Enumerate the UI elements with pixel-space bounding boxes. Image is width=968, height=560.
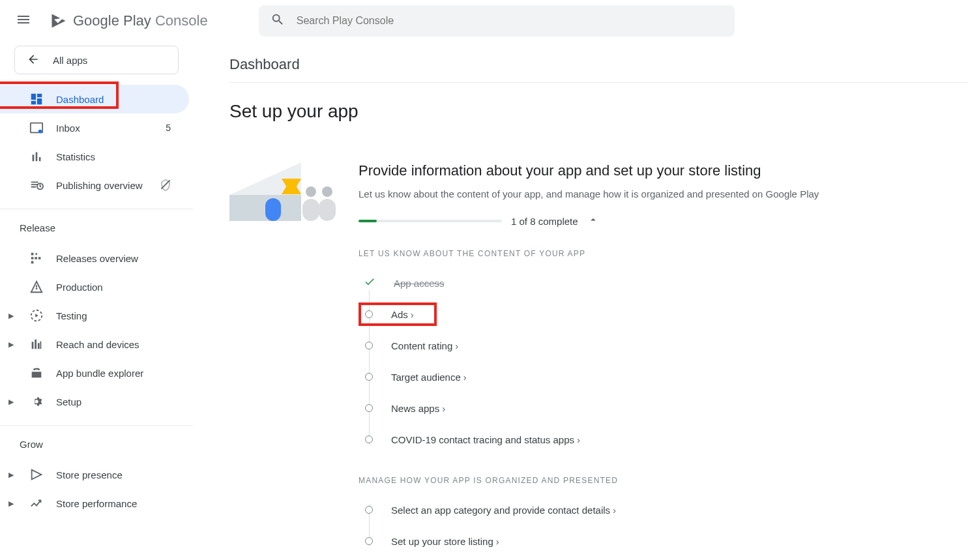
- task-section-header: LET US KNOW ABOUT THE CONTENT OF YOUR AP…: [359, 228, 968, 267]
- logo-text: Google Play Console: [73, 12, 208, 29]
- expand-icon: ▶: [5, 499, 17, 508]
- chevron-right-icon: ›: [496, 536, 499, 547]
- task-label: Content rating ›: [391, 340, 458, 351]
- task-circle-icon: [365, 342, 373, 349]
- progress-text: 1 of 8 complete: [511, 216, 578, 227]
- sidebar-item-testing[interactable]: ▶ Testing: [0, 301, 189, 330]
- sidebar-item-label: Store performance: [56, 498, 177, 509]
- chevron-right-icon: ›: [613, 505, 616, 516]
- production-icon: [29, 279, 44, 295]
- publishing-icon: [29, 177, 44, 193]
- check-icon: [364, 276, 375, 290]
- sidebar-item-label: Testing: [56, 310, 177, 321]
- task-circle-icon: [365, 404, 373, 412]
- sidebar-item-production[interactable]: Production: [0, 273, 189, 301]
- sidebar-item-label: Reach and devices: [56, 339, 177, 350]
- svg-rect-10: [265, 198, 281, 221]
- task-target-audience[interactable]: Target audience ›: [359, 361, 968, 392]
- unmanaged-icon: [159, 178, 177, 193]
- progress-bar: [359, 220, 502, 222]
- chevron-right-icon: ›: [577, 434, 580, 445]
- section-title: Set up your app: [229, 83, 968, 128]
- svg-point-0: [38, 130, 42, 134]
- sidebar-item-label: Statistics: [56, 151, 177, 162]
- hamburger-menu-icon[interactable]: [16, 12, 31, 30]
- svg-rect-14: [319, 199, 336, 221]
- main-content: Dashboard Set up your app Provide infor: [193, 42, 968, 560]
- sidebar-section-grow: Grow: [0, 435, 193, 456]
- sidebar-item-label: Setup: [56, 396, 177, 407]
- sidebar-item-label: Store presence: [56, 469, 177, 480]
- sidebar-item-store-performance[interactable]: ▶ Store performance: [0, 489, 189, 518]
- setup-subtitle: Let us know about the content of your ap…: [359, 179, 968, 214]
- statistics-icon: [29, 149, 44, 164]
- svg-point-13: [322, 186, 332, 197]
- task-label: News apps ›: [391, 403, 445, 414]
- svg-rect-4: [36, 285, 37, 287]
- setup-heading: Provide information about your app and s…: [359, 162, 968, 179]
- releases-icon: [29, 250, 44, 266]
- task-store-listing[interactable]: Set up your store listing ›: [359, 525, 968, 557]
- expand-icon: ▶: [5, 471, 17, 479]
- task-content-rating[interactable]: Content rating ›: [359, 330, 968, 361]
- chevron-right-icon: ›: [411, 309, 414, 320]
- all-apps-button[interactable]: All apps: [14, 46, 179, 74]
- sidebar: All apps Dashboard Inbox 5: [0, 42, 193, 560]
- arrow-left-icon: [27, 53, 40, 68]
- task-app-access[interactable]: App access: [359, 267, 968, 299]
- task-label: Select an app category and provide conta…: [391, 505, 616, 516]
- all-apps-label: All apps: [53, 55, 87, 66]
- chevron-right-icon: ›: [463, 372, 467, 383]
- sidebar-item-reach[interactable]: ▶ Reach and devices: [0, 330, 189, 359]
- expand-icon: ▶: [5, 398, 17, 406]
- sidebar-item-setup[interactable]: ▶ Setup: [0, 387, 189, 416]
- expand-icon: ▶: [5, 340, 17, 349]
- task-news-apps[interactable]: News apps ›: [359, 392, 968, 424]
- task-label: COVID-19 contact tracing and status apps…: [391, 434, 580, 445]
- bundle-icon: [29, 365, 44, 381]
- search-box[interactable]: [259, 5, 735, 37]
- svg-rect-12: [302, 199, 319, 221]
- chevron-right-icon: ›: [455, 340, 458, 351]
- sidebar-item-releases-overview[interactable]: Releases overview: [0, 244, 189, 273]
- task-circle-icon: [365, 537, 373, 545]
- task-label: App access: [394, 278, 445, 289]
- inbox-count-badge: 5: [166, 123, 177, 133]
- task-label: Ads ›: [391, 309, 414, 320]
- sidebar-item-publishing[interactable]: Publishing overview: [0, 171, 189, 199]
- setup-illustration: [229, 162, 340, 557]
- sidebar-item-label: Dashboard: [56, 94, 177, 105]
- search-icon: [271, 12, 285, 29]
- svg-point-11: [306, 186, 316, 197]
- performance-icon: [29, 495, 44, 511]
- store-presence-icon: [29, 467, 44, 482]
- sidebar-item-label: Inbox: [56, 123, 154, 134]
- reach-icon: [29, 336, 44, 352]
- sidebar-item-label: Production: [56, 282, 177, 293]
- inbox-icon: [29, 120, 44, 136]
- sidebar-item-label: Releases overview: [56, 253, 177, 264]
- play-console-logo[interactable]: Google Play Console: [50, 12, 208, 30]
- task-circle-icon: [365, 310, 373, 318]
- dashboard-icon: [29, 91, 44, 107]
- svg-point-3: [36, 287, 38, 289]
- task-label: Set up your store listing ›: [391, 536, 499, 547]
- chevron-up-icon[interactable]: [587, 214, 599, 228]
- expand-icon: ▶: [5, 312, 17, 320]
- sidebar-item-dashboard[interactable]: Dashboard: [0, 85, 189, 113]
- task-circle-icon: [365, 435, 373, 443]
- gear-icon: [29, 394, 44, 409]
- task-circle-icon: [365, 373, 373, 381]
- sidebar-item-statistics[interactable]: Statistics: [0, 142, 189, 171]
- search-input[interactable]: [297, 15, 723, 27]
- sidebar-item-store-presence[interactable]: ▶ Store presence: [0, 460, 189, 489]
- sidebar-section-release: Release: [0, 218, 193, 240]
- task-ads[interactable]: Ads ›: [359, 299, 968, 330]
- task-label: Target audience ›: [391, 372, 467, 383]
- task-category[interactable]: Select an app category and provide conta…: [359, 494, 968, 525]
- task-covid[interactable]: COVID-19 contact tracing and status apps…: [359, 424, 968, 455]
- sidebar-item-label: Publishing overview: [56, 180, 147, 191]
- sidebar-item-inbox[interactable]: Inbox 5: [0, 113, 189, 142]
- sidebar-item-bundle[interactable]: App bundle explorer: [0, 359, 189, 387]
- task-section-header: MANAGE HOW YOUR APP IS ORGANIZED AND PRE…: [359, 455, 968, 494]
